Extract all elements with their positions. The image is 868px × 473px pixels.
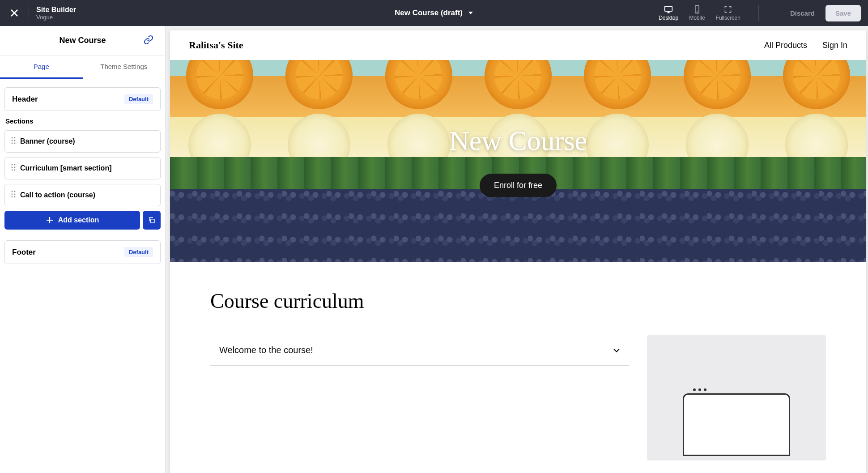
svg-point-3 [12,137,13,139]
fullscreen-label: Fullscreen [716,15,740,21]
mobile-label: Mobile [689,15,705,21]
svg-point-16 [14,191,16,192]
curriculum-heading: Course curriculum [210,289,826,313]
preview-nav: All Products Sign In [764,41,847,50]
svg-point-14 [14,170,16,171]
chevron-down-icon [613,347,620,354]
banner-background-image [170,60,866,262]
section-label: Banner (course) [20,137,75,145]
preview-site-name[interactable]: Ralitsa's Site [189,39,243,51]
section-curriculum[interactable]: Curriculum [smart section] [4,157,161,179]
site-info: Site Builder Vogue [36,6,76,21]
add-section-button[interactable]: Add section [4,211,140,230]
nav-all-products[interactable]: All Products [764,41,807,50]
site-builder-title: Site Builder [36,6,76,14]
nav-sign-in[interactable]: Sign In [822,41,847,50]
svg-point-17 [12,194,13,195]
svg-point-5 [12,140,13,141]
svg-point-20 [14,196,16,198]
svg-point-6 [14,140,16,141]
section-banner[interactable]: Banner (course) [4,130,161,153]
svg-point-7 [12,143,13,144]
tab-theme-settings[interactable]: Theme Settings [83,55,166,79]
svg-point-10 [14,164,16,166]
save-button[interactable]: Save [825,5,861,21]
sidebar-title: New Course [59,36,106,45]
link-icon [144,35,153,45]
fullscreen-icon [723,5,732,14]
topbar: Site Builder Vogue New Course (draft) De… [0,0,868,26]
plus-icon [46,216,54,224]
desktop-icon [664,5,673,14]
default-badge: Default [124,94,153,104]
add-section-label: Add section [58,216,99,224]
curriculum-placeholder-image [647,335,826,460]
sidebar-tabs: Page Theme Settings [0,55,165,79]
action-buttons: Discard Save [784,5,861,21]
footer-section-card[interactable]: Footer Default [4,240,161,264]
banner-section: New Course Enroll for free [170,60,866,262]
enroll-button[interactable]: Enroll for free [480,174,557,197]
preview-site-header: Ralitsa's Site All Products Sign In [170,30,866,60]
curriculum-row: Welcome to the course! [210,335,826,460]
close-button[interactable] [7,6,21,20]
curriculum-item[interactable]: Welcome to the course! [210,335,629,366]
svg-point-11 [12,167,13,168]
main-layout: New Course Page Theme Settings Header De… [0,26,868,473]
desktop-viewport-button[interactable]: Desktop [659,5,678,21]
page-selector[interactable]: New Course (draft) [395,9,473,17]
divider [29,5,29,21]
svg-point-13 [12,170,13,171]
svg-point-12 [14,167,16,168]
header-section-card[interactable]: Header Default [4,87,161,111]
site-theme-name: Vogue [36,14,76,21]
section-label: Call to action (course) [20,191,95,199]
curriculum-item-label: Welcome to the course! [219,345,313,355]
svg-point-9 [12,164,13,166]
drag-handle-icon[interactable] [11,164,16,173]
svg-rect-0 [665,6,672,11]
link-icon-button[interactable] [144,35,153,47]
device-illustration [683,393,790,456]
tab-page[interactable]: Page [0,55,83,79]
svg-rect-21 [151,219,154,223]
section-call-to-action[interactable]: Call to action (course) [4,184,161,206]
default-badge: Default [124,247,153,257]
copy-icon [148,216,156,224]
preview-frame[interactable]: Ralitsa's Site All Products Sign In [170,30,866,473]
curriculum-section: Course curriculum Welcome to the course! [170,262,866,473]
footer-label: Footer [12,248,36,257]
copy-sections-button[interactable] [143,211,161,230]
divider [758,5,759,21]
close-icon [10,9,18,17]
svg-point-8 [14,143,16,144]
svg-point-15 [12,191,13,192]
svg-point-2 [697,12,697,12]
svg-point-4 [14,137,16,139]
section-label: Curriculum [smart section] [20,164,111,172]
preview-area: Ralitsa's Site All Products Sign In [166,26,868,473]
sections-label: Sections [5,117,161,125]
sidebar-content: Header Default Sections Banner (course) … [0,79,165,473]
caret-down-icon [468,10,473,16]
sidebar: New Course Page Theme Settings Header De… [0,26,166,473]
discard-button[interactable]: Discard [784,6,821,21]
header-label: Header [12,95,38,104]
banner-title: New Course [449,125,587,157]
desktop-label: Desktop [659,15,678,21]
sidebar-header: New Course [0,26,165,55]
drag-handle-icon[interactable] [11,191,16,200]
viewport-controls: Desktop Mobile Fullscreen Discard Save [659,5,861,21]
mobile-icon [693,5,702,14]
add-section-row: Add section [4,211,161,230]
mobile-viewport-button[interactable]: Mobile [689,5,705,21]
svg-point-18 [14,194,16,195]
curriculum-list: Welcome to the course! [210,335,629,460]
page-selector-label: New Course (draft) [395,9,463,17]
svg-point-19 [12,196,13,198]
fullscreen-viewport-button[interactable]: Fullscreen [716,5,740,21]
drag-handle-icon[interactable] [11,137,16,146]
